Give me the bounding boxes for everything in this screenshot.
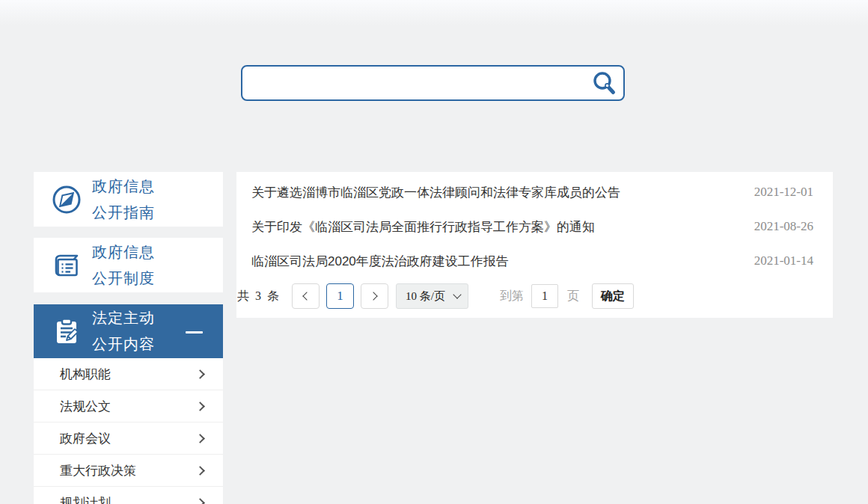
article-title-link[interactable]: 临淄区司法局2020年度法治政府建设工作报告: [251, 253, 509, 270]
pagination: 共 3 条 1 10 条/页 到第 页 确定: [236, 283, 833, 309]
search-box: [241, 65, 625, 101]
goto-page-input[interactable]: [531, 284, 558, 308]
sidebar-item-label: 政府信息 公开指南: [92, 173, 155, 226]
chevron-right-icon: [195, 402, 205, 411]
sidebar-item-label: 政府信息 公开制度: [92, 239, 155, 292]
list-item: 关于印发《临淄区司法局全面推行行政指导工作方案》的通知 2021-08-26: [236, 209, 833, 244]
search-button[interactable]: [584, 67, 623, 99]
page-size-select[interactable]: 10 条/页: [396, 283, 468, 309]
page-size-label: 10 条/页: [406, 289, 445, 304]
submenu-item-regulations[interactable]: 法规公文: [34, 390, 223, 422]
submenu-item-gov-meetings[interactable]: 政府会议: [34, 422, 223, 455]
chevron-down-icon: [453, 290, 461, 298]
submenu-item-label: 法规公文: [60, 398, 111, 415]
compass-icon: [50, 184, 83, 215]
magnifier-icon: [590, 70, 618, 96]
page-number-button-1[interactable]: 1: [326, 283, 354, 309]
article-date: 2021-01-14: [754, 253, 813, 268]
sidebar-item-label: 法定主动 公开内容: [92, 305, 155, 357]
article-date: 2021-08-26: [754, 219, 813, 234]
total-count-label: 共 3 条: [237, 289, 281, 304]
chevron-right-icon: [195, 434, 205, 443]
list-item: 关于遴选淄博市临淄区党政一体法律顾问和法律专家库成员的公告 2021-12-01: [236, 175, 833, 209]
chevron-right-icon: [195, 369, 205, 379]
article-list-panel: 关于遴选淄博市临淄区党政一体法律顾问和法律专家库成员的公告 2021-12-01…: [236, 172, 833, 318]
sidebar-item-statutory-disclosure[interactable]: 法定主动 公开内容: [34, 304, 223, 358]
chevron-right-icon: [195, 466, 205, 476]
chevron-left-icon: [302, 292, 311, 300]
confirm-button[interactable]: 确定: [592, 283, 634, 309]
sidebar-submenu: 机构职能 法规公文 政府会议 重大行政决策 规划计划: [34, 358, 223, 504]
article-title-link[interactable]: 关于印发《临淄区司法局全面推行行政指导工作方案》的通知: [251, 218, 595, 236]
submenu-item-label: 规划计划: [60, 494, 111, 504]
goto-page-suffix-label: 页: [567, 289, 579, 304]
search-input[interactable]: [242, 67, 584, 99]
collapse-minus-icon[interactable]: [186, 331, 203, 334]
article-title-link[interactable]: 关于遴选淄博市临淄区党政一体法律顾问和法律专家库成员的公告: [251, 184, 620, 201]
sidebar-item-disclosure-guide[interactable]: 政府信息 公开指南: [34, 172, 223, 227]
goto-page-prefix-label: 到第: [500, 289, 524, 304]
submenu-item-label: 政府会议: [60, 430, 111, 447]
submenu-item-org-functions[interactable]: 机构职能: [34, 358, 223, 390]
chevron-right-icon: [195, 498, 205, 504]
submenu-item-major-decisions[interactable]: 重大行政决策: [34, 455, 223, 487]
sidebar-item-disclosure-system[interactable]: 政府信息 公开制度: [34, 238, 223, 292]
book-icon: [50, 250, 83, 281]
chevron-right-icon: [369, 292, 377, 300]
submenu-item-plans[interactable]: 规划计划: [34, 487, 223, 504]
prev-page-button[interactable]: [292, 283, 320, 309]
submenu-item-label: 重大行政决策: [60, 462, 136, 479]
sidebar: 政府信息 公开指南 政府信息 公开制度: [34, 172, 223, 504]
next-page-button[interactable]: [361, 283, 388, 309]
list-item: 临淄区司法局2020年度法治政府建设工作报告 2021-01-14: [236, 244, 833, 278]
submenu-item-label: 机构职能: [60, 366, 111, 383]
clipboard-pencil-icon: [50, 316, 83, 347]
article-date: 2021-12-01: [754, 185, 813, 200]
